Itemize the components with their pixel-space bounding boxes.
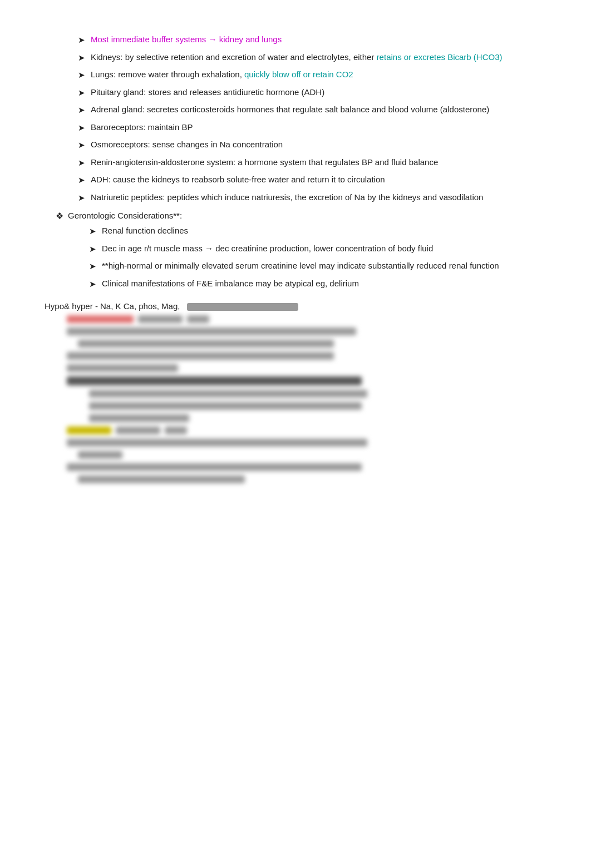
geo-arrow-3: ➤ — [89, 260, 96, 273]
geo-arrow-4: ➤ — [89, 278, 96, 291]
bullet-item-9: ➤ ADH: cause the kidneys to reabsorb sol… — [78, 173, 546, 187]
bullet-text-9: ADH: cause the kidneys to reabsorb solut… — [91, 173, 546, 186]
bullet-text-8: Renin-angiotensin-aldosterone system: a … — [91, 156, 546, 169]
bullet-item-4: ➤ Pituitary gland: stores and releases a… — [78, 86, 546, 100]
geo-bullet-1: ➤ Renal function declines — [89, 225, 546, 238]
gerontologic-title: Gerontologic Considerations**: — [68, 211, 182, 220]
bullet-item-3: ➤ Lungs: remove water through exhalation… — [78, 68, 546, 82]
bullet-1-magenta: Most immediate buffer systems → — [91, 34, 219, 44]
bullet-item-10: ➤ Natriuretic peptides: peptides which i… — [78, 191, 546, 205]
blurred-text-1a — [138, 315, 183, 323]
main-bullet-list: ➤ Most immediate buffer systems → kidney… — [78, 33, 546, 204]
geo-text-4: Clinical manifestations of F&E imbalance… — [102, 277, 546, 290]
blurred-text-7b — [78, 451, 122, 459]
bullet-2-teal: retains or excretes Bicarb (HCO3) — [377, 52, 503, 62]
blurred-row-7b — [78, 451, 546, 459]
blurred-row-1 — [67, 315, 546, 323]
blurred-text-5c — [89, 402, 362, 410]
arrow-icon-2: ➤ — [78, 52, 85, 65]
blurred-text-7 — [67, 439, 367, 447]
bullet-text-7: Osmoreceptors: sense changes in Na conce… — [91, 138, 546, 151]
blurred-text-4 — [67, 364, 178, 372]
arrow-icon-5: ➤ — [78, 104, 85, 117]
geo-text-3: **high-normal or minimally elevated seru… — [102, 260, 546, 272]
geo-bullet-3: ➤ **high-normal or minimally elevated se… — [89, 260, 546, 273]
hypo-title-blurred — [187, 303, 298, 311]
bullet-text-4: Pituitary gland: stores and releases ant… — [91, 86, 546, 99]
blurred-row-2b — [78, 340, 546, 348]
geo-bullet-list: ➤ Renal function declines ➤ Dec in age r… — [89, 225, 546, 290]
bullet-text-3: Lungs: remove water through exhalation, … — [91, 68, 546, 81]
bullet-item-1: ➤ Most immediate buffer systems → kidney… — [78, 33, 546, 47]
arrow-icon-1: ➤ — [78, 34, 85, 47]
blurred-pink-1 — [67, 315, 134, 323]
blurred-text-8 — [67, 463, 362, 471]
blurred-row-5d — [89, 414, 546, 422]
bullet-3-normal: Lungs: remove water through exhalation, — [91, 70, 244, 79]
hypo-section: Hypo& hyper - Na, K Ca, phos, Mag, — [45, 301, 546, 483]
bullet-text-10: Natriuretic peptides: peptides which ind… — [91, 191, 546, 204]
blurred-yellow-1 — [67, 426, 111, 434]
blurred-text-3 — [67, 352, 334, 360]
arrow-icon-8: ➤ — [78, 157, 85, 170]
bullet-1-magenta-2: kidney and lungs — [219, 34, 282, 44]
blurred-row-7 — [67, 439, 546, 447]
blurred-content — [67, 315, 546, 483]
blurred-text-2b — [78, 340, 334, 348]
arrow-icon-6: ➤ — [78, 122, 85, 135]
bullet-3-teal: quickly blow off or retain CO2 — [244, 70, 353, 79]
arrow-icon-4: ➤ — [78, 87, 85, 100]
blurred-text-6b — [165, 426, 187, 434]
blurred-row-3 — [67, 352, 546, 360]
blurred-row-8 — [67, 463, 546, 471]
geo-bullet-4: ➤ Clinical manifestations of F&E imbalan… — [89, 277, 546, 291]
arrow-icon-9: ➤ — [78, 174, 85, 187]
geo-arrow-2: ➤ — [89, 243, 96, 256]
blurred-text-2 — [67, 328, 356, 335]
arrow-icon-7: ➤ — [78, 139, 85, 152]
bullet-text-2: Kidneys: by selective retention and excr… — [91, 51, 546, 64]
geo-arrow-1: ➤ — [89, 225, 96, 238]
bullet-item-2: ➤ Kidneys: by selective retention and ex… — [78, 51, 546, 65]
blurred-row-5b — [89, 390, 546, 398]
hypo-title-text: Hypo& hyper - Na, K Ca, phos, Mag, — [45, 301, 180, 311]
geo-text-2: Dec in age r/t muscle mass → dec creatin… — [102, 242, 546, 255]
bullet-text-6: Baroreceptors: maintain BP — [91, 121, 546, 134]
geo-bullet-2: ➤ Dec in age r/t muscle mass → dec creat… — [89, 242, 546, 256]
arrow-icon-10: ➤ — [78, 192, 85, 205]
blurred-text-5 — [67, 376, 362, 385]
blurred-row-2 — [67, 328, 546, 335]
bullet-item-6: ➤ Baroreceptors: maintain BP — [78, 121, 546, 135]
blurred-row-8b — [78, 475, 546, 483]
blurred-text-6a — [116, 426, 160, 434]
bullet-item-7: ➤ Osmoreceptors: sense changes in Na con… — [78, 138, 546, 152]
blurred-row-4 — [67, 364, 546, 372]
bullet-item-8: ➤ Renin-angiotensin-aldosterone system: … — [78, 156, 546, 170]
blurred-text-5d — [89, 414, 189, 422]
gerontologic-section: ❖ Gerontologic Considerations**: ➤ Renal… — [56, 211, 546, 290]
blurred-text-8b — [78, 475, 245, 483]
hypo-title: Hypo& hyper - Na, K Ca, phos, Mag, — [45, 301, 546, 311]
blurred-row-5 — [67, 376, 546, 385]
blurred-row-6 — [67, 426, 546, 434]
bullet-2-normal: Kidneys: by selective retention and excr… — [91, 52, 377, 62]
geo-text-1: Renal function declines — [102, 225, 546, 237]
blurred-text-1b — [187, 315, 209, 323]
bullet-item-5: ➤ Adrenal gland: secretes corticosteroid… — [78, 103, 546, 117]
diamond-icon: ❖ — [56, 211, 63, 221]
bullet-text-5: Adrenal gland: secretes corticosteroids … — [91, 103, 546, 116]
bullet-text-1: Most immediate buffer systems → kidney a… — [91, 33, 546, 46]
arrow-icon-3: ➤ — [78, 69, 85, 82]
blurred-text-5b — [89, 390, 367, 398]
blurred-row-5c — [89, 402, 546, 410]
gerontologic-header: ❖ Gerontologic Considerations**: — [56, 211, 546, 221]
